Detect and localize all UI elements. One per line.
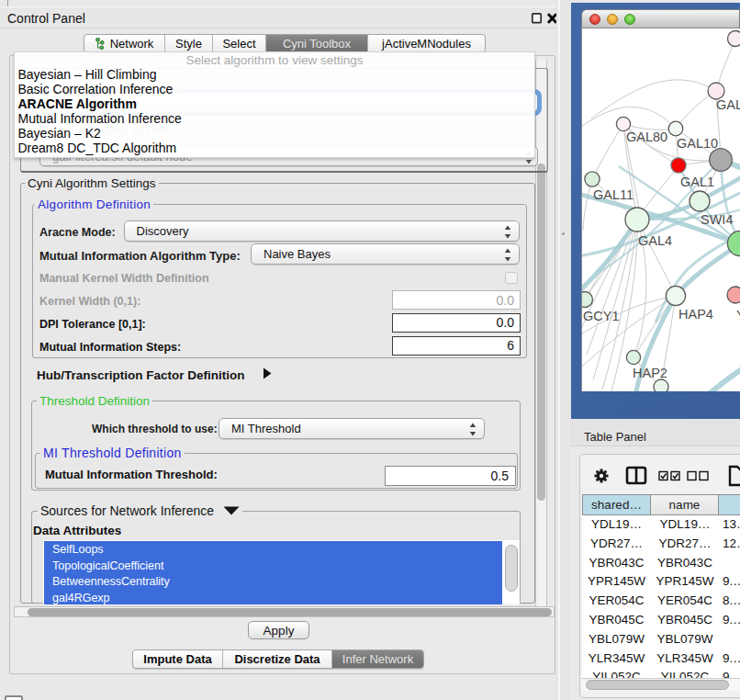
svg-text:YEL: YEL xyxy=(736,308,740,322)
svg-text:GAL80: GAL80 xyxy=(626,130,667,144)
svg-text:GAL10: GAL10 xyxy=(677,136,718,151)
svg-text:GAL4: GAL4 xyxy=(638,233,672,248)
svg-text:GAL11: GAL11 xyxy=(593,187,633,202)
svg-text:HAP2: HAP2 xyxy=(633,366,667,380)
svg-text:GCY1: GCY1 xyxy=(583,309,620,323)
svg-text:GAL7: GAL7 xyxy=(716,97,740,112)
svg-text:GAL1: GAL1 xyxy=(680,175,714,189)
svg-text:SWI4: SWI4 xyxy=(701,212,733,227)
svg-text:HAP4: HAP4 xyxy=(678,307,713,322)
